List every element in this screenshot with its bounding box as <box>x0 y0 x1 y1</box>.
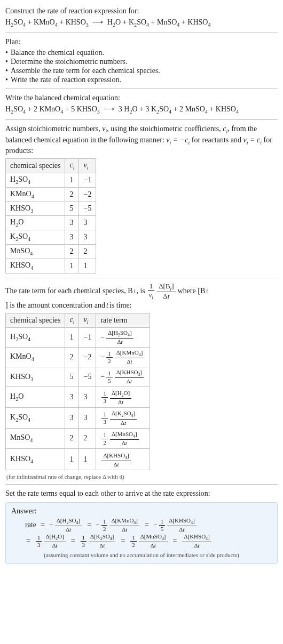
cell-nui: 3 <box>79 230 96 245</box>
cell-rate: −15Δ[KHSO3]Δt <box>96 367 150 387</box>
rel: νi = −ci <box>166 136 190 144</box>
rate-intro-text: The rate term for each chemical species,… <box>5 283 278 311</box>
cell-ci: 1 <box>65 328 79 348</box>
col-ci: ci <box>65 159 79 173</box>
text: where [B <box>178 286 206 296</box>
stoich-table: chemical speciesciνiH2SO41−1KMnO42−2KHSO… <box>5 158 96 273</box>
coef-frac: 13 <box>101 391 108 404</box>
rate-term: −Δ[H2SO4]Δt <box>49 518 83 533</box>
plan-item-text: Write the rate of reaction expression. <box>11 76 278 84</box>
col-species: chemical species <box>6 159 65 173</box>
cell-species: H2SO4 <box>6 173 65 187</box>
divider <box>5 88 278 89</box>
minus-sign: − <box>153 521 158 529</box>
cell-species: MnSO4 <box>6 244 65 259</box>
coef-frac: 12 <box>130 535 137 548</box>
coef-frac: 13 <box>101 412 108 425</box>
rate-term: −Δ[H2SO4]Δt <box>100 330 134 345</box>
delta-frac: Δ[H2O]Δt <box>44 534 65 549</box>
rate-term: −15Δ[KHSO3]Δt <box>153 518 198 533</box>
rate-term: 13Δ[K2SO4]Δt <box>100 410 138 425</box>
rate-equal-text: Set the rate terms equal to each other t… <box>5 489 278 499</box>
cell-rate: 12Δ[MnSO4]Δt <box>96 428 150 449</box>
cell-ci: 5 <box>65 367 79 387</box>
one-over-nu: 1 νi <box>147 283 155 300</box>
prompt-block: Construct the rate of reaction expressio… <box>5 6 278 28</box>
divider <box>5 33 278 33</box>
rate-term: −12Δ[KMnO4]Δt <box>96 518 140 533</box>
text: ] is the amount concentration and <box>5 301 105 311</box>
stoich-intro: Assign stoichiometric numbers, νi, using… <box>5 124 278 273</box>
answer-note: (assuming constant volume and no accumul… <box>11 552 272 558</box>
coef-frac: 12 <box>101 519 108 532</box>
cell-rate: −Δ[H2SO4]Δt <box>96 328 150 348</box>
coef-frac: 13 <box>36 535 42 548</box>
plan-bullets: •Balance the chemical equation.•Determin… <box>5 49 278 84</box>
table-row: KMnO42−2 <box>6 187 96 202</box>
coef-frac: 13 <box>81 535 87 548</box>
cell-ci: 1 <box>65 173 79 187</box>
delta-frac: Δ[MnSO4]Δt <box>110 431 139 446</box>
table-row: MnSO422 <box>6 244 96 259</box>
divider <box>5 484 278 485</box>
delta-frac: Δ[H2SO4]Δt <box>55 518 82 533</box>
plan-item: •Balance the chemical equation. <box>5 49 278 57</box>
equals-sign: = <box>144 521 150 529</box>
col-ci: ci <box>65 313 79 328</box>
answer-box: Answer: rate=−Δ[H2SO4]Δt=−12Δ[KMnO4]Δt=−… <box>5 502 278 564</box>
delta-frac: Δ[KMnO4]Δt <box>109 518 139 533</box>
minus-sign: − <box>96 521 100 529</box>
bullet-icon: • <box>5 49 11 57</box>
cell-nui: −5 <box>79 202 96 216</box>
cell-rate: Δ[KHSO4]Δt <box>96 449 150 470</box>
rate-term: 12Δ[MnSO4]Δt <box>129 534 168 549</box>
cell-ci: 1 <box>65 259 79 273</box>
coef-frac: 15 <box>106 371 113 384</box>
rate-intro-block: The rate term for each chemical species,… <box>5 283 278 480</box>
bullet-icon: • <box>5 58 11 66</box>
cell-ci: 3 <box>65 408 79 429</box>
minus-sign: − <box>49 521 53 529</box>
rate-term: 13Δ[H2O]Δt <box>100 390 132 405</box>
cell-species: KHSO3 <box>6 367 65 387</box>
rate-expression: rate=−Δ[H2SO4]Δt=−12Δ[KMnO4]Δt=−15Δ[KHSO… <box>11 518 272 549</box>
rate-generic-term: 1 νi Δ[Bi] Δt <box>146 283 177 300</box>
cell-species: K2SO4 <box>6 230 65 245</box>
answer-title: Answer: <box>11 507 272 516</box>
delta-frac: Δ[KHSO4]Δt <box>182 534 211 549</box>
delta-frac: Δ[K2SO4]Δt <box>89 534 115 549</box>
table-row: KHSO35−5 <box>6 202 96 216</box>
cell-nui: −2 <box>79 187 96 202</box>
rate-equal-block: Set the rate terms equal to each other t… <box>5 489 278 564</box>
cell-nui: 1 <box>79 449 96 470</box>
rate-term: 12Δ[MnSO4]Δt <box>100 431 139 446</box>
cell-ci: 3 <box>65 230 79 245</box>
c-symbol: ci <box>223 125 227 133</box>
coef-frac: 15 <box>159 519 166 532</box>
table-row: KHSO35−5−15Δ[KHSO3]Δt <box>6 367 150 387</box>
delta-frac: Δ[K2SO4]Δt <box>110 410 137 425</box>
cell-species: H2O <box>6 216 65 230</box>
cell-species: KMnO4 <box>6 187 65 202</box>
cell-species: H2SO4 <box>6 328 65 348</box>
table-row: MnSO42212Δ[MnSO4]Δt <box>6 428 150 449</box>
plan-item-text: Balance the chemical equation. <box>11 49 278 57</box>
equals-sign: = <box>25 537 32 545</box>
cell-rate: −12Δ[KMnO4]Δt <box>96 348 150 367</box>
delta-frac: Δ[KHSO3]Δt <box>167 518 196 533</box>
equals-sign: = <box>70 537 76 545</box>
t: t <box>106 301 108 311</box>
rate-term: Δ[KHSO4]Δt <box>100 453 131 468</box>
text: Assign stoichiometric numbers, <box>5 125 102 133</box>
equals-sign: = <box>86 521 92 529</box>
table-row: KHSO411 <box>6 259 96 273</box>
plan-item-text: Assemble the rate term for each chemical… <box>11 67 278 75</box>
cell-nui: −2 <box>79 348 96 367</box>
plan-item: •Write the rate of reaction expression. <box>5 76 278 84</box>
rate-term: 13Δ[K2SO4]Δt <box>80 534 117 549</box>
cell-nui: 3 <box>79 408 96 429</box>
cell-species: KHSO4 <box>6 259 65 273</box>
delta-frac: Δ[KHSO3]Δt <box>115 369 144 384</box>
coef-frac: 12 <box>101 432 108 446</box>
cell-ci: 1 <box>65 449 79 470</box>
